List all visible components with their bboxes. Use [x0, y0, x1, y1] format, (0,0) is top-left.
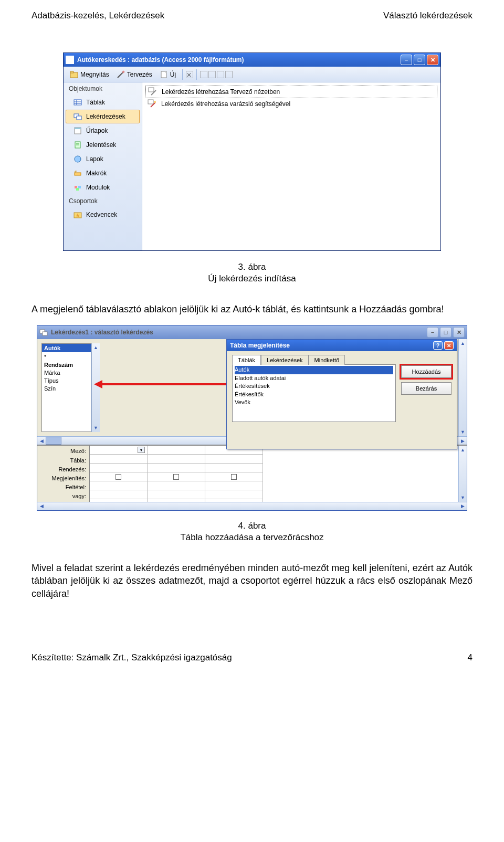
- field-list-autok[interactable]: Autók * Rendszám Márka Típus Szín: [41, 343, 91, 432]
- grid-column[interactable]: [205, 446, 263, 501]
- option-label: Lekérdezés létrehozása varázsló segítség…: [161, 100, 290, 108]
- field-list-body: * Rendszám Márka Típus Szín: [42, 352, 91, 393]
- open-label: Megnyitás: [80, 71, 109, 78]
- list-item[interactable]: Eladott autók adatai: [235, 374, 393, 382]
- sidebar-item-queries[interactable]: Lekérdezések: [66, 110, 140, 123]
- small-icons-icon[interactable]: [208, 71, 216, 78]
- sidebar-item-reports[interactable]: Jelentések: [66, 138, 140, 152]
- toolbar-separator: [182, 69, 183, 80]
- sidebar-header-objects: Objektumok: [64, 82, 142, 95]
- grid-cell-field[interactable]: ▾: [90, 446, 147, 455]
- checkbox[interactable]: [116, 474, 121, 480]
- query-window: Lekérdezés1 : választó lekérdezés – □ ✕ …: [37, 325, 467, 510]
- minimize-button[interactable]: –: [401, 55, 412, 65]
- figure-text: Tábla hozzáadása a tervezőrácshoz: [32, 532, 472, 543]
- scroll-left-icon[interactable]: ◀: [37, 437, 46, 445]
- svg-rect-1: [70, 71, 74, 73]
- field-item[interactable]: *: [44, 353, 89, 361]
- db-titlebar: Autókereskedés : adatbázis (Access 2000 …: [64, 53, 440, 67]
- checkbox[interactable]: [173, 474, 179, 480]
- field-item[interactable]: Szín: [44, 385, 89, 393]
- module-icon: [74, 183, 82, 192]
- details-icon[interactable]: [225, 71, 233, 78]
- report-icon: [74, 141, 82, 149]
- design-button[interactable]: Tervezés: [113, 69, 155, 80]
- close-button[interactable]: ✕: [427, 55, 438, 65]
- sidebar-item-forms[interactable]: Űrlapok: [66, 124, 140, 138]
- svg-rect-23: [149, 88, 154, 92]
- create-query-wizard-option[interactable]: Lekérdezés létrehozása varázsló segítség…: [145, 98, 437, 110]
- dropdown-icon[interactable]: ▾: [138, 447, 145, 453]
- add-button[interactable]: Hozzáadás: [401, 365, 452, 378]
- open-icon: [70, 70, 78, 79]
- open-button[interactable]: Megnyitás: [67, 69, 112, 80]
- db-title: Autókereskedés : adatbázis (Access 2000 …: [77, 56, 244, 64]
- list-item[interactable]: Vevők: [235, 398, 393, 406]
- grid-label-field: Mező:: [40, 447, 86, 456]
- tab-tables[interactable]: Táblák: [232, 355, 261, 365]
- scroll-left-icon[interactable]: ◀: [37, 502, 46, 510]
- scroll-down-icon[interactable]: ▼: [459, 493, 467, 502]
- scroll-down-icon[interactable]: ▼: [459, 428, 467, 436]
- scroll-up-icon[interactable]: ▲: [459, 339, 467, 348]
- figure-text: Új lekérdezés indítása: [32, 273, 472, 285]
- close-button[interactable]: ✕: [453, 327, 465, 338]
- delete-icon[interactable]: ✕: [186, 71, 193, 78]
- db-main-area: Lekérdezés létrehozása Tervező nézetben …: [142, 82, 440, 250]
- large-icons-icon[interactable]: [200, 71, 207, 78]
- sidebar-item-favorites[interactable]: Kedvencek: [66, 208, 140, 222]
- svg-point-16: [75, 156, 81, 162]
- maximize-button[interactable]: □: [414, 55, 425, 65]
- grid-cell-table[interactable]: [90, 455, 147, 464]
- grid-column[interactable]: ▾: [90, 446, 148, 501]
- sidebar-item-modules[interactable]: Modulok: [66, 181, 140, 194]
- sidebar-label: Lekérdezések: [86, 113, 125, 120]
- table-listbox[interactable]: Autók Eladott autók adatai Értékesítések…: [232, 364, 396, 422]
- dialog-close-button[interactable]: ✕: [444, 341, 454, 350]
- scroll-up-icon[interactable]: ▲: [459, 446, 467, 454]
- paragraph-2: Mivel a feladat szerint a lekérdezés ere…: [32, 562, 472, 600]
- toolbar-separator: [196, 69, 197, 80]
- list-icon[interactable]: [217, 71, 224, 78]
- scroll-right-icon[interactable]: ▶: [458, 437, 467, 445]
- grid-cell-or[interactable]: [90, 490, 147, 499]
- tab-queries[interactable]: Lekérdezések: [261, 355, 309, 365]
- grid-hscrollbar[interactable]: ◀ ▶: [37, 502, 467, 510]
- table-icon: [74, 98, 82, 107]
- sidebar-item-tables[interactable]: Táblák: [66, 96, 140, 109]
- close-dialog-button[interactable]: Bezárás: [401, 382, 452, 395]
- grid-column[interactable]: [148, 446, 205, 501]
- list-item[interactable]: Autók: [235, 366, 393, 374]
- sidebar-item-macros[interactable]: Makrók: [66, 166, 140, 180]
- hscroll-thumb[interactable]: [46, 437, 61, 445]
- scroll-up-icon[interactable]: ▲: [92, 343, 100, 352]
- field-item[interactable]: Rendszám: [44, 361, 89, 369]
- scroll-down-icon[interactable]: ▼: [92, 424, 100, 432]
- maximize-button[interactable]: □: [440, 327, 452, 338]
- db-window: Autókereskedés : adatbázis (Access 2000 …: [63, 52, 441, 251]
- new-button[interactable]: Új: [156, 69, 179, 80]
- query-upper-pane: Autók * Rendszám Márka Típus Szín ▲ ▼: [37, 339, 467, 436]
- grid-cell-criteria[interactable]: [90, 481, 147, 490]
- scroll-right-icon[interactable]: ▶: [458, 502, 467, 510]
- annotation-arrow: [100, 383, 237, 385]
- grid-cell-show[interactable]: [90, 472, 147, 481]
- field-item[interactable]: Típus: [44, 377, 89, 385]
- tab-both[interactable]: Mindkettő: [309, 355, 345, 365]
- field-item[interactable]: Márka: [44, 369, 89, 377]
- create-query-design-option[interactable]: Lekérdezés létrehozása Tervező nézetben: [145, 86, 437, 98]
- sidebar-item-pages[interactable]: Lapok: [66, 152, 140, 166]
- list-item[interactable]: Értékesítők: [235, 391, 393, 398]
- new-label: Új: [170, 71, 176, 78]
- help-button[interactable]: ?: [433, 341, 443, 350]
- svg-rect-12: [75, 128, 81, 129]
- minimize-button[interactable]: –: [427, 327, 438, 338]
- pane-vscrollbar[interactable]: ▲ ▼: [458, 339, 467, 436]
- grid-vscrollbar[interactable]: ▲ ▼: [458, 446, 467, 501]
- form-icon: [74, 127, 82, 135]
- grid-cell-sort[interactable]: [90, 464, 147, 472]
- svg-rect-25: [148, 100, 153, 104]
- checkbox[interactable]: [231, 474, 237, 480]
- option-label: Lekérdezés létrehozása Tervező nézetben: [162, 88, 280, 96]
- list-item[interactable]: Értékesítések: [235, 382, 393, 390]
